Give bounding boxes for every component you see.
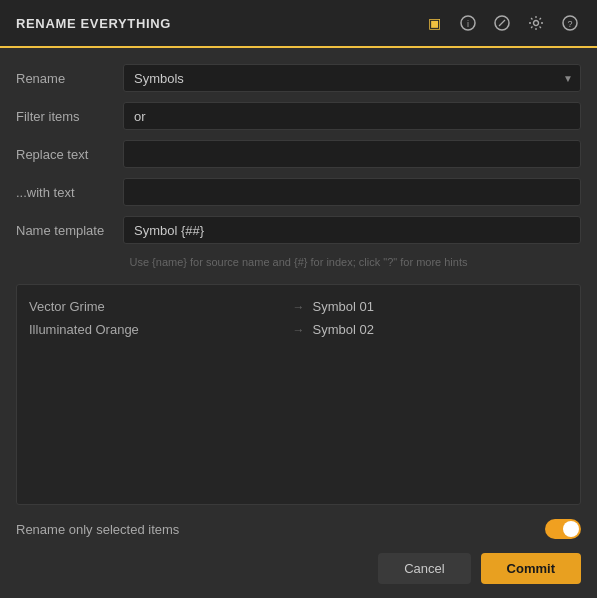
preview-source-1: Vector Grime — [29, 299, 285, 314]
toggle-row: Rename only selected items — [16, 519, 581, 539]
rename-row: Rename Symbols Layers Groups Artboards ▼ — [16, 64, 581, 92]
rename-select-wrapper: Symbols Layers Groups Artboards ▼ — [123, 64, 581, 92]
filter-row: Filter items — [16, 102, 581, 130]
filter-input[interactable] — [123, 102, 581, 130]
svg-text:i: i — [467, 19, 469, 29]
edit-icon[interactable] — [491, 12, 513, 34]
rename-select[interactable]: Symbols Layers Groups Artboards — [123, 64, 581, 92]
dialog-title: RENAME EVERYTHING — [16, 16, 171, 31]
template-input[interactable] — [123, 216, 581, 244]
with-label: ...with text — [16, 185, 111, 200]
footer: Rename only selected items Cancel Commit — [0, 505, 597, 598]
toggle-knob — [563, 521, 579, 537]
arrow-icon-1: → — [293, 300, 305, 314]
svg-text:?: ? — [567, 19, 572, 29]
filter-label: Filter items — [16, 109, 111, 124]
form-content: Rename Symbols Layers Groups Artboards ▼… — [0, 48, 597, 505]
dialog: RENAME EVERYTHING ▣ i — [0, 0, 597, 598]
preview-list: Vector Grime → Symbol 01 Illuminated Ora… — [16, 284, 581, 505]
with-input[interactable] — [123, 178, 581, 206]
replace-input[interactable] — [123, 140, 581, 168]
help-icon[interactable]: ? — [559, 12, 581, 34]
header-icons: ▣ i — [423, 12, 581, 34]
preview-result-1: Symbol 01 — [313, 299, 569, 314]
with-row: ...with text — [16, 178, 581, 206]
settings-icon[interactable] — [525, 12, 547, 34]
template-label: Name template — [16, 223, 111, 238]
preview-item-2: Illuminated Orange → Symbol 02 — [29, 318, 568, 341]
dialog-header: RENAME EVERYTHING ▣ i — [0, 0, 597, 48]
preview-source-2: Illuminated Orange — [29, 322, 285, 337]
rename-selected-toggle[interactable] — [545, 519, 581, 539]
footer-buttons: Cancel Commit — [16, 553, 581, 584]
cancel-button[interactable]: Cancel — [378, 553, 470, 584]
preview-result-2: Symbol 02 — [313, 322, 569, 337]
svg-line-3 — [499, 20, 505, 26]
toggle-label: Rename only selected items — [16, 522, 179, 537]
hint-text: Use {name} for source name and {#} for i… — [16, 254, 581, 272]
replace-row: Replace text — [16, 140, 581, 168]
commit-button[interactable]: Commit — [481, 553, 581, 584]
template-row: Name template — [16, 216, 581, 244]
arrow-icon-2: → — [293, 323, 305, 337]
preview-item-1: Vector Grime → Symbol 01 — [29, 295, 568, 318]
info-icon[interactable]: i — [457, 12, 479, 34]
replace-label: Replace text — [16, 147, 111, 162]
layers-icon[interactable]: ▣ — [423, 12, 445, 34]
svg-point-4 — [534, 21, 539, 26]
rename-label: Rename — [16, 71, 111, 86]
